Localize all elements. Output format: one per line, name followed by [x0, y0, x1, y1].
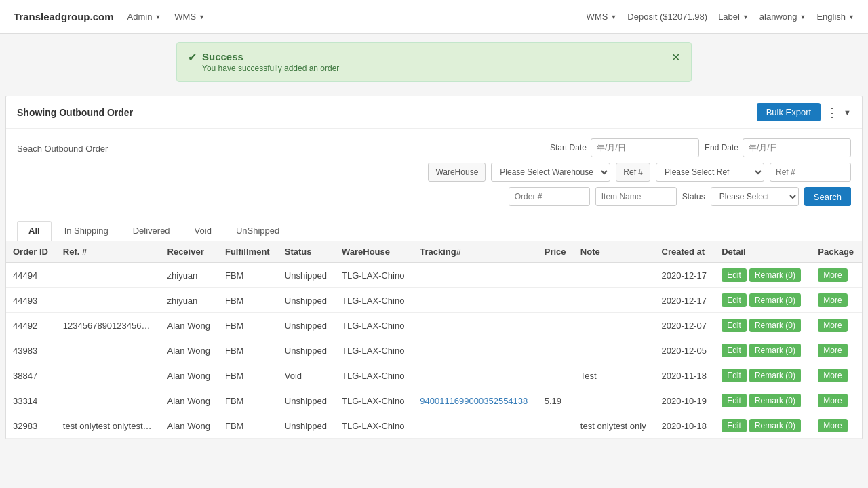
close-icon[interactable]: ✕ — [671, 51, 680, 64]
search-area-label: Seach Outbound Order — [17, 144, 108, 154]
cell-detail: Edit Remark (0) — [715, 388, 811, 413]
cell-tracking — [413, 263, 538, 288]
edit-button[interactable]: Edit — [722, 369, 747, 382]
cell-ref — [56, 338, 161, 363]
warehouse-button[interactable]: WareHouse — [428, 163, 486, 182]
cell-note — [574, 263, 655, 288]
cell-note — [574, 313, 655, 338]
cell-receiver: zhiyuan — [161, 263, 218, 288]
edit-button[interactable]: Edit — [722, 344, 747, 357]
cell-order-id: 44494 — [6, 263, 56, 288]
panel-header: Showing Outbound Order Bulk Export ⋮ ▼ — [6, 96, 862, 129]
more-button[interactable]: More — [818, 369, 847, 382]
tab-in-shipping[interactable]: In Shipping — [53, 221, 120, 241]
cell-note: Test — [574, 363, 655, 388]
cell-tracking — [413, 288, 538, 313]
status-select[interactable]: Please Select — [711, 187, 799, 206]
order-input[interactable] — [509, 187, 590, 206]
end-date-input[interactable] — [743, 138, 851, 157]
nav-wms-right-label: WMS — [587, 12, 608, 22]
alert-content: Success You have successfully added an o… — [202, 51, 339, 73]
warehouse-select[interactable]: Please Select Warehouse — [491, 163, 610, 182]
nav-wms-left-label: WMS — [174, 12, 196, 22]
table-wrapper: Order ID Ref. # Receiver Fulfillment Sta… — [6, 241, 862, 439]
ref-button[interactable]: Ref # — [616, 163, 650, 182]
nav-language[interactable]: English ▼ — [816, 12, 854, 22]
nav-admin-label: Admin — [127, 12, 153, 22]
edit-button[interactable]: Edit — [722, 319, 747, 332]
item-input[interactable] — [595, 187, 677, 206]
col-fulfillment: Fulfillment — [218, 241, 278, 263]
cell-tracking — [413, 313, 538, 338]
nav-admin[interactable]: Admin ▼ — [127, 12, 161, 22]
cell-fulfillment: FBM — [218, 388, 278, 413]
col-package: Package — [811, 241, 862, 263]
edit-button[interactable]: Edit — [722, 293, 747, 307]
cell-detail: Edit Remark (0) — [715, 288, 811, 313]
nav-wms-right[interactable]: WMS ▼ — [587, 12, 617, 22]
cell-tracking — [413, 363, 538, 388]
col-warehouse: WareHouse — [335, 241, 413, 263]
more-button[interactable]: More — [818, 394, 847, 407]
tracking-link[interactable]: 940011169900035255413​8 — [420, 396, 528, 406]
nav-label[interactable]: Label ▼ — [718, 12, 749, 22]
more-options-icon[interactable]: ⋮ — [826, 105, 838, 120]
search-row-warehouse: WareHouse Please Select Warehouse Ref # … — [116, 163, 851, 182]
edit-button[interactable]: Edit — [722, 394, 747, 407]
tab-void[interactable]: Void — [183, 221, 223, 241]
ref-input[interactable] — [770, 163, 851, 182]
tab-delivered[interactable]: Delivered — [121, 221, 182, 241]
chevron-down-icon: ▼ — [155, 14, 161, 20]
cell-package: More — [811, 388, 862, 413]
nav-language-label: English — [816, 12, 846, 22]
remark-button[interactable]: Remark (0) — [749, 394, 801, 407]
bulk-export-button[interactable]: Bulk Export — [757, 103, 821, 121]
edit-button[interactable]: Edit — [722, 419, 747, 432]
remark-button[interactable]: Remark (0) — [749, 293, 801, 307]
tab-all[interactable]: All — [17, 221, 52, 241]
cell-warehouse: TLG-LAX-Chino — [335, 313, 413, 338]
cell-created: 2020-12-05 — [655, 338, 715, 363]
nav-wms-left[interactable]: WMS ▼ — [174, 12, 205, 22]
cell-tracking — [413, 413, 538, 439]
nav-deposit[interactable]: Deposit ($12071.98) — [627, 12, 707, 22]
cell-order-id: 32983 — [6, 413, 56, 439]
more-button[interactable]: More — [818, 344, 847, 357]
remark-button[interactable]: Remark (0) — [749, 419, 801, 432]
cell-warehouse: TLG-LAX-Chino — [335, 363, 413, 388]
col-status: Status — [278, 241, 335, 263]
cell-created: 2020-12-17 — [655, 263, 715, 288]
more-button[interactable]: More — [818, 319, 847, 332]
cell-receiver: Alan Wong — [161, 313, 218, 338]
navbar-left: Transleadgroup.com Admin ▼ WMS ▼ — [14, 11, 205, 22]
cell-ref: 12345678901234567890 — [56, 313, 161, 338]
cell-note — [574, 288, 655, 313]
ref-select[interactable]: Please Select Ref — [656, 163, 764, 182]
status-label: Status — [682, 192, 705, 201]
search-button[interactable]: Search — [804, 187, 851, 206]
chevron-down-icon: ▼ — [743, 14, 749, 20]
search-row-dates: Start Date End Date — [116, 138, 851, 157]
nav-user[interactable]: alanwong ▼ — [760, 12, 806, 22]
chevron-down-icon: ▼ — [199, 14, 205, 20]
actions-cell: Edit Remark (0) — [722, 319, 804, 332]
remark-button[interactable]: Remark (0) — [749, 344, 801, 357]
col-detail: Detail — [715, 241, 811, 263]
actions-cell: Edit Remark (0) — [722, 419, 804, 432]
chevron-down-icon[interactable]: ▼ — [844, 108, 851, 117]
remark-button[interactable]: Remark (0) — [749, 369, 801, 382]
remark-button[interactable]: Remark (0) — [749, 268, 801, 282]
nav-deposit-label: Deposit ($12071.98) — [627, 12, 707, 22]
more-button[interactable]: More — [818, 293, 847, 307]
col-order-id: Order ID — [6, 241, 56, 263]
cell-package: More — [811, 288, 862, 313]
more-button[interactable]: More — [818, 419, 847, 432]
actions-cell: Edit Remark (0) — [722, 394, 804, 407]
edit-button[interactable]: Edit — [722, 268, 747, 282]
remark-button[interactable]: Remark (0) — [749, 319, 801, 332]
cell-status: Unshipped — [278, 338, 335, 363]
cell-note — [574, 388, 655, 413]
tab-unshipped[interactable]: UnShipped — [224, 221, 291, 241]
start-date-input[interactable] — [591, 138, 699, 157]
more-button[interactable]: More — [818, 268, 847, 282]
